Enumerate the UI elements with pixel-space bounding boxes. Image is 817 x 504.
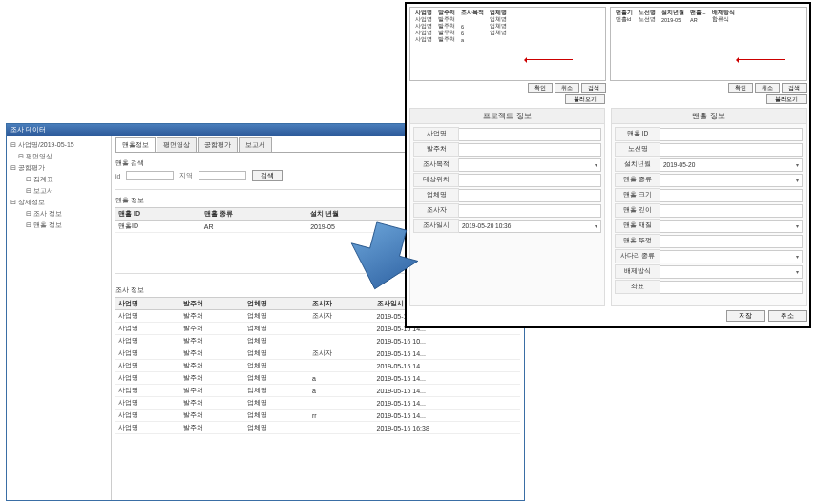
window-title: 조사 데이터 [10,125,46,135]
field-input[interactable] [459,204,601,218]
list-item[interactable]: 사업명발주처6업체명 [412,30,510,36]
form-field: 맨홀 크기 [615,188,803,202]
form-field: 조사일시2019-05-20 10:36 [413,219,601,233]
red-arrow-right [737,59,785,60]
field-input[interactable] [660,235,803,248]
form-field: 사다리 종류 [615,249,803,263]
tab-3[interactable]: 보고서 [239,137,272,152]
unfold-left-button[interactable]: 불러오기 [565,94,605,104]
form-field: 조사자 [413,203,601,218]
field-input[interactable] [660,265,803,279]
panel-top-lists: 사업명발주처조사목적업체명사업명발주처업체명사업명발주처6업체명사업명발주처6업… [409,7,807,93]
list-btn[interactable]: 확인 [728,83,753,93]
field-input[interactable] [459,174,601,187]
field-input[interactable] [459,158,601,172]
field-input[interactable] [459,189,601,202]
sidebar-item[interactable]: ⊟ 사업명/2019-05-15 [9,139,109,151]
table-row[interactable]: 사업명발주처업체명2019-05-16 16:38 [115,422,520,434]
search-region-input[interactable] [199,171,246,180]
form-field: 맨홀 ID [615,127,803,141]
field-input[interactable] [660,250,803,263]
form-field: 조사목적 [413,158,601,172]
form-field: 업체명 [413,188,601,202]
list-btn[interactable]: 검색 [581,83,606,93]
form-field: 좌표 [615,280,803,294]
field-input[interactable] [660,281,803,294]
field-input[interactable] [459,128,601,141]
table-row[interactable]: 사업명발주처업체명a2019-05-15 14... [115,372,520,385]
red-arrow-left [525,59,573,60]
table-row[interactable]: 사업명발주처업체명2019-05-15 14... [115,397,520,410]
big-arrow-icon [346,218,422,294]
table-row[interactable]: 사업명발주처업체명2019-05-15 14... [115,360,520,372]
sidebar-item[interactable]: ⊟ 집계표 [9,174,109,185]
sidebar-item[interactable]: ⊟ 상세정보 [9,197,109,208]
form-field: 사업명 [413,127,601,141]
table-row[interactable]: 사업명발주처업체명조사자2019-05-15 14... [115,347,520,360]
search-button[interactable]: 검색 [252,170,283,181]
search-id-label: id [115,173,120,179]
project-listbox[interactable]: 사업명발주처조사목적업체명사업명발주처업체명사업명발주처6업체명사업명발주처6업… [409,7,606,81]
table-row[interactable]: 사업명발주처업체명2019-05-16 10... [115,335,520,347]
field-input[interactable] [660,128,803,141]
tab-1[interactable]: 평면영상 [157,137,197,152]
footer-btn[interactable]: 취소 [768,310,807,322]
tab-0[interactable]: 맨홀정보 [115,137,156,152]
list-item[interactable]: 맨홀id노선명2019-05AR합류식 [613,16,738,23]
form-field: 맨홀 깊이 [615,203,803,218]
footer-btn[interactable]: 저장 [726,310,765,322]
form-field: 맨홀 재질 [615,219,803,233]
project-form-title: 프로젝트 정보 [410,109,604,124]
sidebar-item[interactable]: ⊟ 맨홀 정보 [9,220,109,231]
manhole-form-title: 맨홀 정보 [612,109,806,124]
list-btn[interactable]: 확인 [528,83,553,93]
table-row[interactable]: 사업명발주처업체명a2019-05-15 14... [115,385,520,397]
field-input[interactable] [459,143,601,157]
tab-2[interactable]: 공함평가 [198,137,238,152]
form-field: 발주처 [413,142,601,157]
sidebar-item[interactable]: ⊟ 조사 정보 [9,208,109,220]
unfold-right-button[interactable]: 불러오기 [766,94,807,104]
field-input[interactable] [660,143,803,157]
list-item[interactable]: 사업명발주처6업체명 [412,23,510,30]
search-id-input[interactable] [126,171,174,180]
field-input[interactable]: 2019-05-20 [660,158,803,172]
form-field: 맨홀 종류 [615,173,803,187]
form-field: 설치년월2019-05-20 [615,158,803,172]
list-btn[interactable]: 취소 [755,83,780,93]
list-btn[interactable]: 검색 [782,83,807,93]
manhole-listbox[interactable]: 맨홀기노선명설치년월맨홀...배제방식맨홀id노선명2019-05AR합류식 [610,7,807,81]
form-field: 배제방식 [615,264,803,279]
list-item[interactable]: 사업명발주처a [412,36,510,43]
field-input[interactable]: 2019-05-20 10:36 [459,220,601,233]
sidebar: ⊟ 사업명/2019-05-15⊟ 평면영상⊟ 공함평가⊟ 집계표⊟ 보고서⊟ … [7,136,112,500]
sidebar-item[interactable]: ⊟ 공함평가 [9,162,109,174]
list-item[interactable]: 사업명발주처업체명 [412,16,510,23]
table-row[interactable]: 사업명발주처업체명rr2019-05-15 14... [115,410,520,422]
sidebar-item[interactable]: ⊟ 보고서 [9,185,109,197]
project-form: 프로젝트 정보 사업명발주처조사목적대상위치업체명조사자조사일시2019-05-… [409,108,605,306]
form-field: 맨홀 뚜껑 [615,234,803,248]
list-btn[interactable]: 취소 [555,83,579,93]
field-input[interactable] [660,189,803,202]
field-input[interactable] [660,174,803,187]
manhole-form: 맨홀 정보 맨홀 ID노선명설치년월2019-05-20맨홀 종류맨홀 크기맨홀… [611,108,807,306]
sidebar-item[interactable]: ⊟ 평면영상 [9,151,109,162]
field-input[interactable] [660,204,803,218]
field-input[interactable] [660,220,803,233]
form-field: 노선명 [615,142,803,157]
form-field: 대상위치 [413,173,601,187]
detail-panel: 사업명발주처조사목적업체명사업명발주처업체명사업명발주처6업체명사업명발주처6업… [405,2,811,328]
search-region-label: 지역 [179,171,193,180]
